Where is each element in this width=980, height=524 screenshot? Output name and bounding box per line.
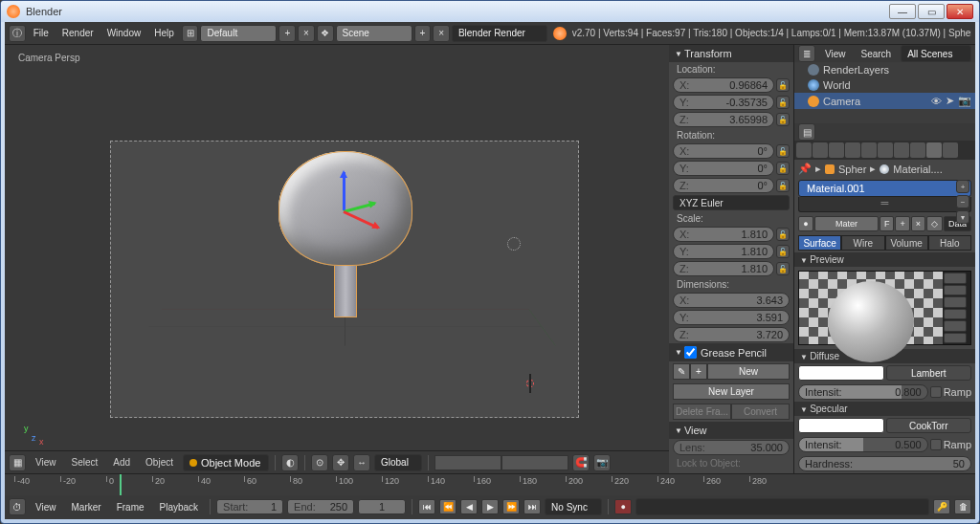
fake-user-button[interactable]: F [880,216,895,231]
close-button[interactable]: ✕ [947,4,973,19]
outliner-menu-view[interactable]: View [819,45,852,62]
menu-window[interactable]: Window [101,25,147,42]
maximize-button[interactable]: ▭ [918,4,945,19]
tab-halo[interactable]: Halo [928,235,971,251]
grease-new-button[interactable]: New [707,363,790,380]
editor-type-props-icon[interactable]: ▤ [798,123,815,141]
tab-render[interactable] [796,142,812,158]
mat-unlink-icon[interactable]: × [911,216,925,231]
editor-type-3dview-icon[interactable]: ▦ [9,454,26,471]
scene-add-icon[interactable]: + [414,25,432,42]
play-reverse-icon[interactable]: ◀ [460,499,478,514]
layout-add-icon[interactable]: + [278,25,296,42]
vp-menu-select[interactable]: Select [66,454,104,471]
sync-mode[interactable]: No Sync [545,498,602,515]
tab-object[interactable] [861,142,877,158]
autokey-icon[interactable]: ● [614,499,632,514]
grease-add-icon[interactable]: + [690,363,707,380]
timeline-ruler[interactable]: -40-200204060801001201401601802002202402… [5,474,975,495]
dim-y[interactable]: Y:3.591 [673,310,790,325]
slot-menu-icon[interactable]: ▾ [956,210,969,224]
play-icon[interactable]: ▶ [481,499,499,514]
outliner-menu-search[interactable]: Search [856,45,898,62]
transform-panel-header[interactable]: Transform [669,45,793,62]
rotation-z[interactable]: Z:0° [673,178,774,193]
grease-new-layer-button[interactable]: New Layer [673,383,790,400]
key-delete-icon[interactable]: 🗑 [954,499,971,514]
3d-cursor[interactable] [523,376,538,391]
lock-loc-z-icon[interactable]: 🔓 [776,113,790,126]
grease-pencil-header[interactable]: Grease Pencil [669,343,793,361]
tab-scene[interactable] [829,142,844,158]
renderable-icon[interactable]: 📷 [958,95,971,107]
start-frame[interactable]: Start:1 [216,499,283,514]
grease-pencil-icon[interactable]: ✎ [673,363,690,380]
location-z[interactable]: Z:3.65998 [673,112,774,127]
rotation-x[interactable]: X:0° [673,143,774,159]
tab-modifiers[interactable] [894,142,909,158]
end-frame[interactable]: End:250 [287,499,354,514]
tl-menu-view[interactable]: View [30,498,62,515]
specular-color[interactable] [798,418,884,433]
active-object-sphere[interactable] [278,151,412,317]
specular-panel-header[interactable]: Specular [794,402,975,416]
tl-menu-frame[interactable]: Frame [111,498,150,515]
lock-rot-y-icon[interactable]: 🔓 [776,162,790,175]
lamp-object[interactable] [507,237,521,251]
key-insert-icon[interactable]: 🔑 [933,499,950,514]
tab-data[interactable] [910,142,925,158]
screen-browse-icon[interactable]: ⊞ [182,25,199,42]
diffuse-shader[interactable]: Lambert [886,365,972,381]
scene-selector[interactable]: Scene [336,25,412,42]
tl-menu-playback[interactable]: Playback [154,498,205,515]
preview-flat-icon[interactable] [944,273,967,284]
jump-start-icon[interactable]: ⏮ [418,499,435,514]
lock-scl-z-icon[interactable]: 🔓 [776,262,790,275]
scene-browse-icon[interactable]: ❖ [317,25,334,42]
crumb-object[interactable]: Spher [838,164,866,175]
scale-y[interactable]: Y:1.810 [673,244,774,259]
layers-widget[interactable] [434,455,568,470]
transform-orientation[interactable]: Global [374,454,422,471]
material-browse-icon[interactable]: ● [798,216,813,231]
tab-wire[interactable]: Wire [841,235,884,251]
3d-viewport[interactable]: Camera Persp [5,45,669,473]
menu-render[interactable]: Render [56,25,100,42]
menu-help[interactable]: Help [148,25,180,42]
scale-z[interactable]: Z:1.810 [673,261,774,276]
editor-type-outliner-icon[interactable]: ≣ [798,45,815,62]
slot-list-grip[interactable]: ═ [798,197,971,212]
hardness-field[interactable]: Hardness:50 [798,456,971,471]
outliner-item-renderlayers[interactable]: RenderLayers [794,62,975,77]
tab-constraints[interactable] [878,142,893,158]
mat-add-icon[interactable]: + [895,216,909,231]
crumb-material[interactable]: Material.... [893,164,942,175]
lock-rot-x-icon[interactable]: 🔓 [776,144,790,158]
jump-end-icon[interactable]: ⏭ [523,499,541,514]
scale-x[interactable]: X:1.810 [673,227,774,242]
lock-scl-y-icon[interactable]: 🔓 [776,245,790,258]
tab-renderlayers[interactable] [813,142,828,158]
location-x[interactable]: X:0.96864 [673,77,774,93]
lock-loc-x-icon[interactable]: 🔓 [776,78,790,92]
material-name-field[interactable]: Mater [814,216,879,231]
snap-icon[interactable]: 🧲 [572,454,590,471]
diffuse-intensity[interactable]: Intensit:0.800 [798,384,928,400]
preview-world-icon[interactable] [944,333,967,344]
transform-gizmo[interactable] [344,210,347,214]
selectable-icon[interactable]: ➤ [946,95,954,107]
lock-loc-y-icon[interactable]: 🔓 [776,96,790,109]
pin-icon[interactable]: 📌 [798,163,812,175]
material-slot[interactable]: Material.001 [798,180,971,197]
diffuse-color[interactable] [798,365,884,381]
layout-remove-icon[interactable]: × [298,25,315,42]
tab-volume[interactable]: Volume [885,235,928,251]
gizmo-x-axis[interactable] [343,210,379,229]
manipulator-translate-icon[interactable]: ↔ [353,454,370,471]
pivot-icon[interactable]: ⊙ [311,454,328,471]
tab-material[interactable] [926,142,942,158]
location-y[interactable]: Y:-0.35735 [673,95,774,110]
nodes-toggle-icon[interactable]: ◇ [926,216,943,231]
keyframe-next-icon[interactable]: ⏩ [502,499,520,514]
preview-monkey-icon[interactable] [944,309,967,320]
